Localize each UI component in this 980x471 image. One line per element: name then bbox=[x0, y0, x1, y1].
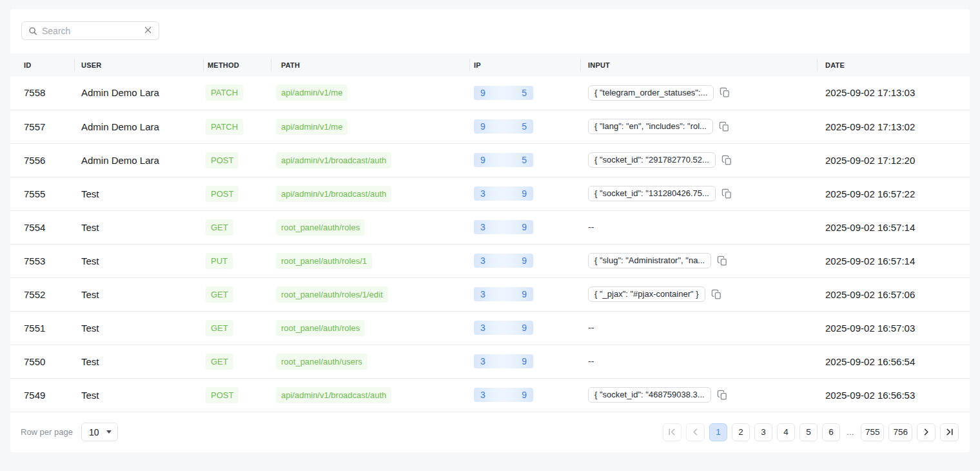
last-page-button[interactable] bbox=[940, 423, 959, 441]
row-user: Test bbox=[81, 188, 99, 199]
copy-icon[interactable] bbox=[721, 155, 732, 166]
table-row: 7555 Test POST api/admin/v1/broadcast/au… bbox=[10, 177, 970, 210]
next-page-button[interactable] bbox=[917, 423, 936, 441]
input-empty: -- bbox=[588, 323, 594, 333]
page-button-1[interactable]: 1 bbox=[709, 423, 727, 441]
column-header-input: INPUT bbox=[580, 54, 817, 76]
method-badge: PATCH bbox=[206, 85, 243, 101]
column-header-ip: IP bbox=[469, 54, 580, 76]
input-json-box[interactable]: { "telegram_order_statuses":... bbox=[588, 85, 714, 101]
method-badge: POST bbox=[206, 186, 239, 202]
copy-icon[interactable] bbox=[717, 390, 728, 401]
table-row: 7552 Test GET root_panel/auth/roles/1/ed… bbox=[10, 277, 970, 311]
row-date: 2025-09-02 16:57:03 bbox=[825, 323, 915, 334]
row-date: 2025-09-02 16:57:14 bbox=[825, 256, 915, 266]
ip-badge: 3 9 bbox=[474, 254, 533, 268]
ip-right-digit: 9 bbox=[522, 323, 527, 333]
pagination: 123456...755756 bbox=[658, 423, 959, 441]
prev-page-button[interactable] bbox=[686, 423, 705, 441]
path-badge: root_panel/auth/roles bbox=[276, 320, 365, 336]
ip-right-digit: 9 bbox=[522, 256, 527, 266]
row-id: 7552 bbox=[24, 289, 45, 300]
input-json-wrap: { "telegram_order_statuses":... bbox=[588, 85, 730, 101]
input-json-wrap: { "_pjax": "#pjax-container" } bbox=[588, 286, 722, 302]
row-user: Admin Demo Lara bbox=[81, 121, 159, 132]
ip-left-digit: 3 bbox=[480, 323, 485, 333]
path-badge: api/admin/v1/broadcast/auth bbox=[276, 387, 391, 403]
input-json-box[interactable]: { "socket_id": "468759038.3... bbox=[588, 387, 711, 403]
method-badge: GET bbox=[206, 354, 233, 370]
table-row: 7556 Admin Demo Lara POST api/admin/v1/b… bbox=[10, 143, 970, 177]
row-user: Admin Demo Lara bbox=[81, 87, 159, 98]
copy-icon[interactable] bbox=[711, 289, 722, 300]
copy-icon[interactable] bbox=[717, 256, 728, 266]
row-user: Test bbox=[81, 289, 99, 300]
row-id: 7554 bbox=[24, 222, 45, 233]
table-row: 7557 Admin Demo Lara PATCH api/admin/v1/… bbox=[10, 110, 970, 143]
search-icon bbox=[28, 26, 37, 35]
ip-badge: 3 9 bbox=[474, 186, 533, 201]
input-json-box[interactable]: { "slug": "Administrator", "na... bbox=[588, 253, 711, 268]
ip-left-digit: 3 bbox=[480, 222, 485, 232]
ip-right-digit: 5 bbox=[522, 121, 527, 132]
ip-badge: 9 5 bbox=[474, 153, 533, 167]
row-id: 7556 bbox=[24, 155, 45, 166]
row-user: Test bbox=[81, 323, 99, 334]
page-button-5[interactable]: 5 bbox=[799, 423, 818, 441]
method-badge: POST bbox=[206, 387, 239, 403]
page-button-755[interactable]: 755 bbox=[861, 423, 885, 441]
input-json-box[interactable]: { "_pjax": "#pjax-container" } bbox=[588, 286, 705, 302]
row-user: Test bbox=[81, 256, 99, 266]
row-date: 2025-09-02 16:56:53 bbox=[825, 390, 915, 401]
ip-left-digit: 3 bbox=[480, 256, 485, 266]
row-id: 7550 bbox=[24, 356, 45, 367]
copy-icon[interactable] bbox=[719, 121, 730, 132]
first-page-button[interactable] bbox=[663, 423, 681, 441]
ip-badge: 9 5 bbox=[474, 86, 533, 100]
path-badge: api/admin/v1/broadcast/auth bbox=[276, 152, 391, 168]
path-badge: root_panel/auth/users bbox=[276, 354, 368, 370]
copy-icon[interactable] bbox=[721, 188, 732, 199]
row-id: 7557 bbox=[24, 121, 45, 132]
ip-right-digit: 5 bbox=[522, 155, 527, 165]
page-button-6[interactable]: 6 bbox=[822, 423, 840, 441]
table-row: 7550 Test GET root_panel/auth/users 3 9 bbox=[10, 345, 970, 378]
search-box[interactable] bbox=[21, 21, 159, 40]
rows-per-page: Row per page 10 bbox=[21, 423, 118, 441]
row-id: 7555 bbox=[24, 188, 45, 199]
toolbar bbox=[10, 9, 970, 40]
copy-icon[interactable] bbox=[720, 87, 730, 98]
column-header-method: METHOD bbox=[203, 54, 271, 76]
clear-search-icon[interactable] bbox=[143, 25, 153, 36]
search-input[interactable] bbox=[42, 26, 143, 36]
ip-badge: 3 9 bbox=[474, 388, 533, 402]
page-button-4[interactable]: 4 bbox=[777, 423, 795, 441]
ip-badge: 3 9 bbox=[474, 321, 533, 335]
page-button-3[interactable]: 3 bbox=[754, 423, 772, 441]
ip-right-digit: 9 bbox=[522, 188, 527, 199]
input-json-box[interactable]: { "lang": "en", "includes": "rol... bbox=[588, 119, 713, 134]
column-header-user: USER bbox=[74, 54, 203, 76]
table-row: 7549 Test POST api/admin/v1/broadcast/au… bbox=[10, 378, 970, 412]
page-button-2[interactable]: 2 bbox=[732, 423, 750, 441]
chevron-down-icon bbox=[106, 430, 112, 434]
input-json-box[interactable]: { "socket_id": "131280426.75... bbox=[588, 186, 716, 201]
ip-badge: 3 9 bbox=[474, 354, 533, 368]
row-date: 2025-09-02 16:56:54 bbox=[825, 356, 915, 367]
rows-per-page-select[interactable]: 10 bbox=[81, 423, 118, 441]
method-badge: GET bbox=[206, 320, 233, 336]
row-date: 2025-09-02 16:57:06 bbox=[825, 289, 915, 300]
row-user: Test bbox=[81, 222, 99, 233]
input-json-box[interactable]: { "socket_id": "291782770.52... bbox=[588, 152, 716, 168]
path-badge: root_panel/auth/roles/1 bbox=[276, 253, 372, 269]
table-header-row: ID USER METHOD PATH IP INPUT DATE bbox=[10, 54, 970, 76]
rows-per-page-label: Row per page bbox=[21, 427, 73, 437]
ip-right-digit: 9 bbox=[522, 390, 527, 400]
ip-right-digit: 5 bbox=[522, 88, 527, 98]
page-button-756[interactable]: 756 bbox=[888, 423, 912, 441]
input-json-wrap: { "socket_id": "468759038.3... bbox=[588, 387, 728, 403]
row-date: 2025-09-02 17:12:20 bbox=[825, 155, 915, 166]
table-footer: Row per page 10 123456...755756 bbox=[10, 412, 970, 452]
input-json-wrap: { "lang": "en", "includes": "rol... bbox=[588, 119, 730, 134]
column-header-id: ID bbox=[10, 54, 74, 76]
